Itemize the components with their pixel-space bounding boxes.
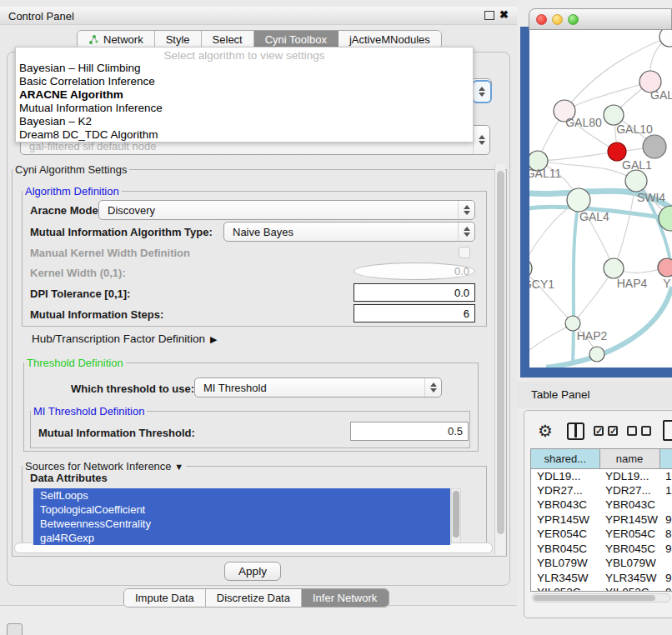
node-table[interactable]: shared...nameA YDL19...YDL19...13YDR27..… (530, 448, 672, 592)
manual-kernel-checkbox[interactable] (459, 247, 470, 258)
table-row[interactable]: YPR145WYPR145W9. (531, 512, 672, 528)
column-header-name[interactable]: name (599, 449, 659, 468)
mi-steps-field[interactable]: 6 (354, 304, 475, 322)
network-node-hap4[interactable] (604, 258, 624, 278)
document-icon[interactable] (663, 420, 672, 441)
checkbox-unchecked-icon[interactable] (641, 426, 651, 436)
mi-type-combo[interactable]: Naive Bayes (223, 222, 475, 242)
scrollbar-thumb[interactable] (534, 595, 655, 601)
float-window-icon[interactable] (484, 11, 494, 20)
checkbox-checked-icon[interactable]: ✓ (608, 426, 618, 436)
bottom-tab-infer-network[interactable]: Infer Network (302, 589, 389, 607)
table-row[interactable]: YLR345WYLR345W9. (531, 571, 672, 586)
network-node-gcy1[interactable] (529, 258, 532, 278)
table-cell: YBR043C (599, 498, 659, 512)
table-row[interactable]: YBR045CYBR045C9. (531, 542, 672, 557)
tab-cyni-toolbox[interactable]: Cyni Toolbox (254, 31, 339, 48)
table-cell: YDL19... (599, 468, 659, 483)
node-label-gal: GAL (650, 88, 672, 102)
node-label-y: Y (663, 277, 671, 290)
zoom-traffic-light-icon[interactable] (568, 14, 579, 25)
combo-spinner-focused[interactable] (472, 80, 492, 103)
bottom-tab-impute-data[interactable]: Impute Data (124, 589, 206, 607)
tab-jactivemnodules[interactable]: jActiveMNodules (339, 31, 441, 48)
dropdown-item-bayesian-k2[interactable]: Bayesian – K2 (16, 115, 473, 128)
mi-type-label: Mutual Information Algorithm Type: (30, 226, 213, 238)
screen: { "icons": { "close": "✖", "check": "✓",… (0, 0, 672, 635)
aracne-mode-combo[interactable]: Discovery (98, 200, 475, 220)
attribute-item-topologicalcoefficient[interactable]: TopologicalCoefficient (33, 502, 450, 517)
node-label-hap2: HAP2 (577, 329, 608, 342)
combo-spinner[interactable] (458, 201, 474, 219)
which-threshold-value: MI Threshold (195, 382, 424, 394)
close-traffic-light-icon[interactable] (536, 14, 547, 25)
tab-label: jActiveMNodules (349, 33, 430, 46)
node-label-gal4: GAL4 (579, 210, 609, 223)
network-window-titlebar[interactable] (529, 8, 672, 30)
mi-threshold-group-title: MI Threshold Definition (31, 405, 147, 418)
network-node-swi4[interactable] (625, 170, 647, 192)
network-node-y[interactable] (658, 258, 672, 277)
bottom-tab-discretize-data[interactable]: Discretize Data (206, 589, 302, 607)
which-threshold-combo[interactable]: MI Threshold (194, 378, 442, 398)
network-canvas[interactable]: GALGAL80GAL10GAL1GAL11SWI4GAL4GCY1HAP4YH… (529, 30, 672, 368)
dropdown-item-mutual-information-inference[interactable]: Mutual Information Inference (16, 102, 473, 115)
table-cell: YBL079W (599, 556, 659, 571)
minimize-traffic-light-icon[interactable] (552, 14, 563, 25)
table-horizontal-scrollbar[interactable] (532, 593, 670, 602)
attribute-item-selfloops[interactable]: SelfLoops (33, 488, 450, 502)
table-row[interactable]: YDR27...YDR27...12 (531, 483, 672, 498)
mi-steps-label: Mutual Information Steps: (30, 308, 163, 321)
checkbox-checked-icon[interactable]: ✓ (594, 426, 604, 436)
apply-button[interactable]: Apply (224, 562, 281, 581)
table-panel-title: Table Panel (531, 388, 590, 401)
attribute-item-betweennesscentrality[interactable]: BetweennessCentrality (33, 517, 450, 531)
mi-threshold-field[interactable]: 0.5 (350, 422, 469, 441)
scrollbar-thumb[interactable] (497, 171, 504, 534)
table-row[interactable]: YBR043CYBR043C (531, 498, 672, 512)
table-row[interactable]: YBL079WYBL079W (531, 556, 672, 571)
tab-select[interactable]: Select (202, 31, 254, 48)
control-panel-titlebar[interactable] (0, 7, 517, 25)
scrollbar-thumb[interactable] (453, 491, 459, 538)
table-cell: YIL052C (531, 585, 599, 592)
tab-label: Discretize Data (217, 592, 290, 604)
close-icon[interactable]: ✖ (499, 8, 509, 21)
checkbox-unchecked-icon[interactable] (627, 426, 637, 436)
table-row[interactable]: YDL19...YDL19...13 (531, 468, 672, 483)
settings-vertical-scrollbar[interactable] (494, 164, 505, 555)
combo-spinner[interactable] (458, 222, 474, 241)
network-node[interactable] (589, 347, 604, 362)
table-row[interactable]: YER054CYER054C8. (531, 527, 672, 542)
combo-spinner[interactable] (424, 378, 441, 397)
dropdown-item-bayesian-hill-climbing[interactable]: Bayesian – Hill Climbing (16, 62, 473, 75)
hub-definition-expander[interactable]: Hub/Transcription Factor Definition▶ (32, 332, 218, 345)
control-panel-title: Control Panel (8, 10, 74, 22)
gear-icon[interactable]: ⚙ (538, 421, 553, 441)
expand-right-icon: ▶ (210, 334, 217, 344)
collapse-down-icon[interactable]: ▼ (174, 462, 183, 472)
network-node-gal4[interactable] (567, 188, 590, 212)
table-cell: 13 (659, 468, 672, 483)
combo-spinner[interactable] (473, 126, 489, 154)
tab-network[interactable]: Network (78, 31, 155, 48)
hub-definition-label: Hub/Transcription Factor Definition (32, 332, 205, 345)
bottom-tabs: Impute DataDiscretize DataInfer Network (123, 588, 389, 608)
dpi-tolerance-field[interactable]: 0.0 (354, 283, 475, 302)
table-cell: 9. (659, 512, 672, 528)
dropdown-item-basic-correlation-inference[interactable]: Basic Correlation Inference (16, 75, 473, 88)
tab-style[interactable]: Style (155, 31, 202, 48)
kernel-width-field[interactable]: 0.0 (354, 262, 475, 280)
dropdown-item-aracne-algorithm[interactable]: ARACNE Algorithm (16, 88, 473, 102)
node-label-hap4: HAP4 (617, 277, 648, 290)
column-header-a[interactable]: A (659, 449, 672, 468)
column-header-shared[interactable]: shared... (531, 449, 599, 468)
attributes-scrollbar[interactable] (451, 488, 461, 545)
dropdown-item-dream8-dc-tdc-algorithm[interactable]: Dream8 DC_TDC Algorithm (16, 128, 473, 142)
attribute-item-gal4rgexp[interactable]: gal4RGexp (33, 531, 450, 545)
docked-panel-icon[interactable] (7, 623, 23, 635)
column-layout-icon[interactable] (567, 422, 584, 440)
table-row[interactable]: YIL052CYIL052C9 (531, 585, 672, 592)
tab-label: Network (103, 33, 143, 46)
network-node[interactable] (643, 135, 666, 158)
